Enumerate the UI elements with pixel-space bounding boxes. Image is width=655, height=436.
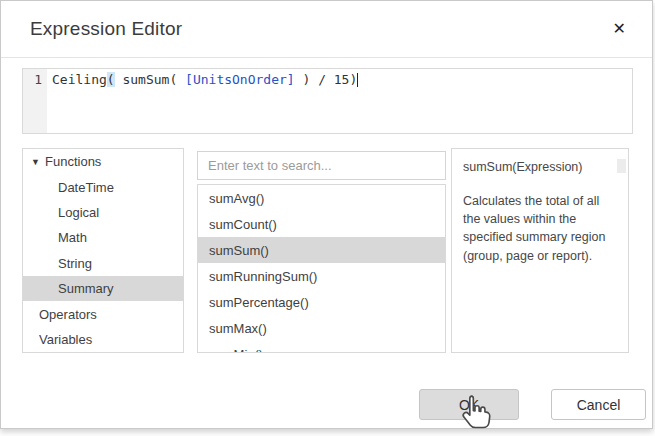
tree-item-label: Summary	[58, 281, 114, 296]
list-item-label: sumAvg()	[209, 191, 264, 206]
list-item-summin[interactable]: sumMin()	[198, 341, 445, 353]
description-panel: sumSum(Expression) Calculates the total …	[451, 148, 629, 353]
line-number: 1	[34, 72, 42, 87]
tree-item-label: Operators	[39, 307, 97, 322]
category-tree: ▼ Functions DateTime Logical Math String…	[22, 148, 184, 353]
list-item-label: sumPercentage()	[209, 295, 309, 310]
text-caret	[357, 73, 358, 87]
expression-editor-dialog: Expression Editor ✕ 1 Ceiling( sumSum( […	[0, 0, 653, 429]
tree-item-label: Functions	[45, 154, 101, 169]
field-token: [UnitsOnOrder]	[185, 72, 295, 87]
tree-item-operators[interactable]: Operators	[23, 301, 183, 326]
tree-item-functions[interactable]: ▼ Functions	[23, 149, 183, 174]
cancel-button[interactable]: Cancel	[551, 389, 646, 420]
tree-item-label: Variables	[39, 332, 92, 347]
list-item-label: sumMax()	[209, 321, 267, 336]
list-item-label: sumRunningSum()	[209, 269, 317, 284]
ok-button[interactable]: OK	[419, 389, 519, 420]
list-item-sumrunningsum[interactable]: sumRunningSum()	[198, 263, 445, 289]
dialog-title: Expression Editor	[30, 18, 607, 40]
list-item-sumavg[interactable]: sumAvg()	[198, 185, 445, 211]
function-description: Calculates the total of all the values w…	[463, 192, 617, 265]
title-bar: Expression Editor ✕	[1, 1, 652, 58]
functions-list: sumAvg() sumCount() sumSum() sumRunningS…	[197, 184, 446, 353]
tree-item-variables[interactable]: Variables	[23, 327, 183, 352]
tree-item-summary[interactable]: Summary	[23, 276, 183, 301]
search-input[interactable]	[198, 152, 445, 179]
list-item-label: sumCount()	[209, 217, 277, 232]
function-signature: sumSum(Expression)	[463, 158, 617, 176]
tree-item-string[interactable]: String	[23, 251, 183, 276]
collapse-arrow-icon[interactable]: ▼	[31, 157, 45, 167]
matched-paren: (	[107, 72, 115, 87]
line-number-gutter: 1	[23, 69, 47, 133]
code-token: Ceiling	[52, 72, 107, 87]
tree-item-label: Math	[58, 230, 87, 245]
tree-item-math[interactable]: Math	[23, 225, 183, 250]
close-icon[interactable]: ✕	[607, 17, 632, 41]
search-box	[197, 151, 446, 180]
expression-text[interactable]: Ceiling( sumSum( [UnitsOnOrder] ) / 15)	[47, 69, 358, 133]
tree-item-datetime[interactable]: DateTime	[23, 174, 183, 199]
expression-code-editor[interactable]: 1 Ceiling( sumSum( [UnitsOnOrder] ) / 15…	[22, 68, 633, 134]
list-item-summax[interactable]: sumMax()	[198, 315, 445, 341]
list-item-label: sumSum()	[209, 243, 269, 258]
tree-item-logical[interactable]: Logical	[23, 200, 183, 225]
tree-item-label: String	[58, 256, 92, 271]
tree-item-label: Logical	[58, 205, 99, 220]
list-item-sumcount[interactable]: sumCount()	[198, 211, 445, 237]
code-token: sumSum(	[115, 72, 185, 87]
list-item-label: sumMin()	[209, 347, 263, 354]
tree-item-label: DateTime	[58, 180, 114, 195]
code-token: ) / 15)	[295, 72, 358, 87]
scrollbar-thumb[interactable]	[617, 159, 626, 173]
list-item-sumpercentage[interactable]: sumPercentage()	[198, 289, 445, 315]
list-item-sumsum[interactable]: sumSum()	[198, 237, 445, 263]
